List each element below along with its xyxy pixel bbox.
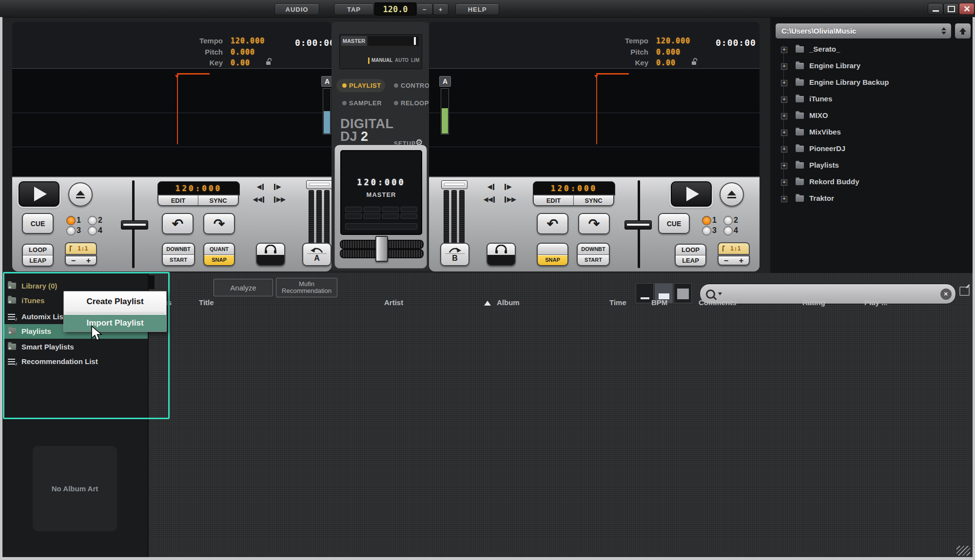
volume-fader-handle[interactable]: [306, 180, 332, 189]
nudge-fwd-button[interactable]: ▶: [274, 183, 281, 190]
column-bpm[interactable]: BPM: [651, 298, 667, 307]
tree-item[interactable]: Rekord Buddy: [809, 177, 859, 186]
quant-button[interactable]: QUANT: [203, 243, 235, 255]
undo-button[interactable]: ↶: [537, 213, 568, 234]
loop-minus-button[interactable]: −: [71, 256, 76, 265]
nudge-back-button[interactable]: ◀: [257, 183, 264, 190]
crossfader-handle[interactable]: [375, 236, 388, 262]
pitch-fader-handle[interactable]: [121, 220, 148, 230]
expander-icon[interactable]: +: [781, 113, 787, 119]
hotcue-2-radio[interactable]: [88, 216, 97, 225]
column-title[interactable]: Title: [199, 298, 214, 307]
path-dropdown[interactable]: C:\Users\Olivia\Music: [775, 23, 952, 39]
nudge-back-button[interactable]: ◀: [488, 183, 494, 190]
column-rating[interactable]: Rating: [802, 298, 825, 307]
keylock-open-icon[interactable]: [265, 58, 273, 65]
tree-item[interactable]: Engine Library: [809, 61, 860, 70]
expander-icon[interactable]: +: [781, 130, 787, 136]
maximize-button[interactable]: [943, 3, 959, 15]
column-play-count[interactable]: Play ...: [864, 298, 888, 307]
redo-button[interactable]: ↷: [578, 213, 610, 234]
tree-item[interactable]: Traktor: [809, 194, 834, 202]
redo-button[interactable]: ↷: [203, 213, 235, 234]
expander-icon[interactable]: +: [781, 80, 787, 86]
help-button[interactable]: HELP: [455, 3, 499, 15]
analyze-button[interactable]: Analyze: [214, 279, 273, 296]
view-size-large-button[interactable]: [674, 283, 692, 303]
leap-button[interactable]: LEAP: [675, 255, 706, 267]
auto-mode-label[interactable]: AUTO: [395, 58, 409, 63]
column-comments[interactable]: Comments: [699, 298, 737, 307]
play-button[interactable]: [671, 181, 712, 207]
tree-item[interactable]: _Serato_: [809, 45, 840, 53]
sync-button[interactable]: SYNC: [198, 194, 239, 206]
cue-button[interactable]: CUE: [658, 213, 690, 234]
column-time[interactable]: Time: [609, 298, 626, 307]
volume-fader-handle[interactable]: [441, 180, 468, 189]
hotcue-2-radio[interactable]: [723, 216, 733, 225]
nudge-fwd-button[interactable]: ▶: [505, 183, 511, 190]
eject-button[interactable]: [68, 182, 93, 207]
headphone-cue-button[interactable]: [487, 243, 516, 266]
edit-button[interactable]: EDIT: [533, 194, 574, 206]
edit-button[interactable]: EDIT: [157, 194, 198, 206]
sampler-tab[interactable]: SAMPLER: [349, 99, 382, 107]
snap-button[interactable]: SNAP: [203, 255, 235, 267]
expander-icon[interactable]: +: [781, 146, 787, 153]
seek-fwd-button[interactable]: ▶▶: [505, 196, 516, 203]
loop-button[interactable]: LOOP: [675, 244, 706, 255]
manual-mode-label[interactable]: MANUAL: [371, 58, 392, 63]
pitch-fader-handle[interactable]: [624, 220, 652, 230]
minimize-button[interactable]: [928, 3, 943, 15]
undo-button[interactable]: ↶: [162, 213, 194, 234]
downbeat-button[interactable]: DOWNBT: [577, 243, 610, 255]
tempo-minus-button[interactable]: −: [416, 3, 433, 15]
loop-minus-button[interactable]: −: [724, 256, 728, 265]
column-album[interactable]: Album: [497, 298, 520, 307]
expander-icon[interactable]: +: [781, 47, 787, 53]
assign-a-button[interactable]: A: [302, 243, 332, 266]
resize-grip[interactable]: [956, 546, 970, 556]
hotcue-3-radio[interactable]: [66, 226, 76, 235]
start-button[interactable]: START: [577, 255, 610, 267]
loop-plus-button[interactable]: +: [86, 256, 91, 265]
hotcue-3-radio[interactable]: [702, 226, 711, 235]
quant-button[interactable]: [537, 243, 568, 255]
tree-item[interactable]: Engine Library Backup: [809, 78, 889, 86]
library-item-smart-playlists[interactable]: Smart Playlists: [3, 342, 148, 353]
tree-item[interactable]: MixVibes: [809, 128, 841, 136]
keylock-open-icon[interactable]: [690, 58, 699, 65]
seek-fwd-button[interactable]: ▶▶: [274, 196, 285, 203]
seek-back-button[interactable]: ◀◀: [253, 196, 264, 203]
lim-mode-label[interactable]: LIM: [411, 58, 419, 63]
snap-button[interactable]: SNAP: [537, 255, 568, 267]
external-window-icon[interactable]: [959, 287, 970, 296]
loop-plus-button[interactable]: +: [739, 256, 743, 265]
headphone-cue-button[interactable]: [256, 243, 285, 266]
hotcue-1-radio[interactable]: [702, 216, 711, 225]
search-input[interactable]: [722, 290, 940, 298]
folder-up-button[interactable]: [955, 23, 971, 39]
mufin-recommendation-button[interactable]: Mufin Recommendation: [276, 278, 337, 297]
tempo-plus-button[interactable]: +: [433, 3, 448, 15]
library-item-recommendation[interactable]: ♪ Recommendation List: [3, 356, 148, 368]
hotcue-1-radio[interactable]: [66, 216, 76, 225]
menu-item-import-playlist[interactable]: Import Playlist: [64, 315, 166, 331]
tree-item[interactable]: iTunes: [809, 95, 832, 103]
eject-button[interactable]: [720, 182, 744, 207]
expander-icon[interactable]: +: [781, 179, 787, 186]
start-button[interactable]: START: [162, 255, 195, 267]
deck-a-waveform[interactable]: A: [12, 68, 332, 177]
hotcue-4-radio[interactable]: [88, 226, 97, 235]
expander-icon[interactable]: +: [781, 163, 787, 169]
search-filter-arrow-icon[interactable]: [718, 292, 722, 295]
audio-button[interactable]: AUDIO: [274, 3, 319, 15]
expander-icon[interactable]: +: [781, 63, 787, 70]
close-button[interactable]: [959, 3, 975, 15]
expander-icon[interactable]: +: [781, 97, 787, 103]
playlist-tab[interactable]: PLAYLIST: [349, 82, 381, 89]
assign-b-button[interactable]: B: [440, 243, 469, 266]
tree-item[interactable]: PioneerDJ: [809, 144, 845, 153]
sync-button[interactable]: SYNC: [574, 194, 614, 206]
leap-button[interactable]: LEAP: [22, 255, 54, 267]
